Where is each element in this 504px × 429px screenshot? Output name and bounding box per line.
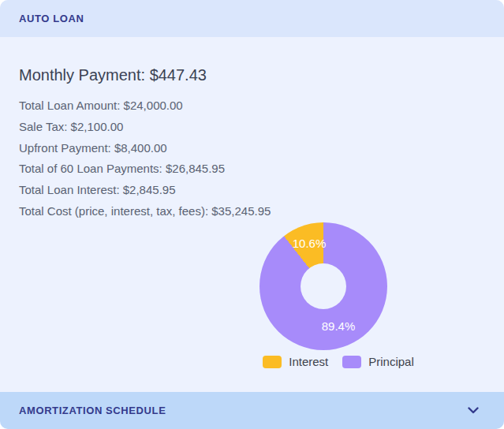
legend-label-principal: Principal (368, 355, 414, 368)
chevron-down-icon (468, 407, 479, 414)
loan-results-panel: Monthly Payment: $447.43 Total Loan Amou… (0, 37, 504, 392)
auto-loan-title: AUTO LOAN (19, 13, 84, 24)
total-loan-payments: Total of 60 Loan Payments: $26,845.95 (19, 159, 485, 180)
principal-swatch-icon (342, 356, 361, 368)
amortization-schedule-section-header[interactable]: AMORTIZATION SCHEDULE (0, 392, 504, 429)
auto-loan-card: AUTO LOAN Monthly Payment: $447.43 Total… (0, 0, 504, 429)
total-cost: Total Cost (price, interest, tax, fees):… (19, 201, 485, 222)
total-loan-amount: Total Loan Amount: $24,000.00 (19, 95, 485, 117)
sale-tax: Sale Tax: $2,100.00 (19, 117, 485, 138)
upfront-payment: Upfront Payment: $8,400.00 (19, 138, 485, 159)
monthly-payment-heading: Monthly Payment: $447.43 (19, 65, 485, 84)
legend-item-interest[interactable]: Interest (263, 355, 328, 368)
chart-legend: Interest Principal (259, 355, 417, 368)
total-loan-interest: Total Loan Interest: $2,845.95 (19, 180, 485, 201)
legend-item-principal[interactable]: Principal (342, 355, 414, 368)
legend-label-interest: Interest (289, 355, 328, 368)
loan-details: Total Loan Amount: $24,000.00 Sale Tax: … (19, 95, 485, 222)
interest-swatch-icon (263, 356, 282, 368)
amortization-schedule-title: AMORTIZATION SCHEDULE (19, 405, 166, 416)
loan-breakdown-donut-chart[interactable] (259, 222, 387, 350)
auto-loan-section-header[interactable]: AUTO LOAN (0, 0, 504, 37)
